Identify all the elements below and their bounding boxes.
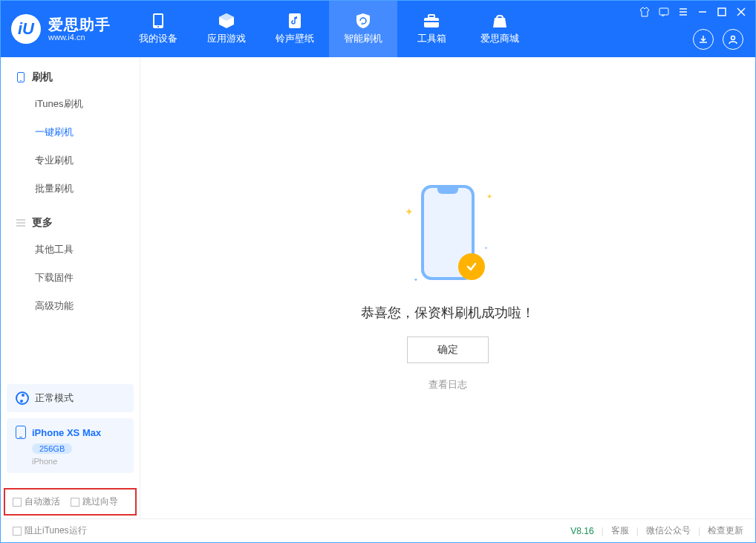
sparkle-icon: ✦ <box>405 206 414 218</box>
nav-toolbox[interactable]: 工具箱 <box>397 1 466 57</box>
ok-button[interactable]: 确定 <box>407 336 489 363</box>
nav-label: 爱思商城 <box>480 32 519 45</box>
svg-point-17 <box>20 80 22 82</box>
sidebar-item-itunes-flash[interactable]: iTunes刷机 <box>1 90 140 118</box>
toolbox-icon <box>422 13 441 29</box>
feedback-icon[interactable] <box>657 5 671 19</box>
list-icon <box>16 218 26 228</box>
logo-icon: iU <box>11 14 41 44</box>
header-user-controls <box>693 29 743 50</box>
app-url: www.i4.cn <box>48 33 111 42</box>
window-controls <box>638 5 748 19</box>
device-name: iPhone XS Max <box>32 427 101 438</box>
success-message: 恭喜您，保资料刷机成功啦！ <box>361 304 535 322</box>
sidebar-section-flash: 刷机 <box>1 71 140 90</box>
nav-label: 应用游戏 <box>207 32 246 45</box>
refresh-shield-icon <box>353 13 373 29</box>
main-content: ✦ ✦ ✦ ✦ 恭喜您，保资料刷机成功啦！ 确定 查看日志 <box>140 57 755 518</box>
svg-rect-6 <box>424 21 439 22</box>
device-card[interactable]: iPhone XS Max 256GB iPhone <box>7 418 134 473</box>
main-nav: 我的设备 应用游戏 铃声壁纸 智能刷机 工具箱 爱思商城 <box>124 1 534 57</box>
nav-label: 工具箱 <box>417 32 446 45</box>
section-title: 刷机 <box>32 71 53 84</box>
checkmark-badge-icon <box>458 253 485 280</box>
svg-rect-4 <box>424 18 439 27</box>
header: iU 爱思助手 www.i4.cn 我的设备 应用游戏 铃声壁纸 智能刷机 工具… <box>1 1 755 57</box>
success-illustration: ✦ ✦ ✦ ✦ <box>403 185 492 289</box>
nav-store[interactable]: 爱思商城 <box>466 1 534 57</box>
checkbox-block-itunes[interactable]: 阻止iTunes运行 <box>13 524 87 537</box>
menu-icon[interactable] <box>677 5 690 19</box>
sparkle-icon: ✦ <box>414 277 418 283</box>
footer-link-update[interactable]: 检查更新 <box>708 524 743 537</box>
checkbox-auto-activate[interactable]: 自动激活 <box>13 495 60 508</box>
phone-outline-icon <box>16 426 26 439</box>
highlighted-options: 自动激活 跳过向导 <box>4 488 137 516</box>
sidebar-item-onekey-flash[interactable]: 一键刷机 <box>1 118 140 146</box>
sparkle-icon: ✦ <box>484 245 488 250</box>
footer-link-support[interactable]: 客服 <box>611 524 629 537</box>
mode-icon <box>16 391 29 405</box>
sidebar: 刷机 iTunes刷机 一键刷机 专业刷机 批量刷机 更多 其他工具 下载固件 … <box>1 57 140 518</box>
svg-rect-7 <box>659 8 668 15</box>
mode-card[interactable]: 正常模式 <box>7 384 134 412</box>
sidebar-item-batch-flash[interactable]: 批量刷机 <box>1 175 140 203</box>
music-file-icon <box>285 13 304 29</box>
storage-badge: 256GB <box>32 443 72 454</box>
sidebar-item-download-firmware[interactable]: 下载固件 <box>1 264 140 292</box>
svg-point-15 <box>731 36 735 40</box>
minimize-button[interactable] <box>696 5 709 19</box>
download-button[interactable] <box>693 29 714 50</box>
version-label: V8.16 <box>570 526 593 536</box>
phone-icon <box>16 72 26 82</box>
sidebar-section-more: 更多 <box>1 216 140 235</box>
sidebar-item-advanced[interactable]: 高级功能 <box>1 292 140 320</box>
svg-rect-1 <box>154 15 162 25</box>
view-log-link[interactable]: 查看日志 <box>428 378 467 391</box>
nav-label: 铃声壁纸 <box>276 32 314 45</box>
device-type: iPhone <box>32 457 125 466</box>
tshirt-icon[interactable] <box>638 5 651 19</box>
footer: 阻止iTunes运行 V8.16 | 客服 | 微信公众号 | 检查更新 <box>1 518 755 542</box>
footer-link-wechat[interactable]: 微信公众号 <box>646 524 691 537</box>
svg-rect-5 <box>428 15 434 18</box>
nav-smart-flash[interactable]: 智能刷机 <box>329 1 397 57</box>
close-button[interactable] <box>734 5 748 19</box>
section-title: 更多 <box>32 216 53 230</box>
checkbox-skip-guide[interactable]: 跳过向导 <box>71 495 118 508</box>
bag-icon <box>490 13 509 29</box>
nav-my-device[interactable]: 我的设备 <box>124 1 192 57</box>
sidebar-item-pro-flash[interactable]: 专业刷机 <box>1 146 140 175</box>
nav-apps-games[interactable]: 应用游戏 <box>192 1 261 57</box>
device-icon <box>149 13 168 29</box>
nav-label: 智能刷机 <box>344 32 382 45</box>
nav-label: 我的设备 <box>139 32 177 45</box>
mode-label: 正常模式 <box>35 391 74 405</box>
cube-icon <box>217 13 236 29</box>
svg-rect-12 <box>718 8 726 16</box>
svg-point-2 <box>157 26 159 27</box>
nav-ringtones[interactable]: 铃声壁纸 <box>261 1 329 57</box>
checkbox-icon <box>71 498 79 507</box>
app-title: 爱思助手 <box>48 16 111 33</box>
sidebar-item-other-tools[interactable]: 其他工具 <box>1 235 140 264</box>
checkbox-icon <box>13 498 22 507</box>
user-button[interactable] <box>723 29 743 50</box>
maximize-button[interactable] <box>715 5 729 19</box>
checkbox-icon <box>13 527 22 536</box>
logo[interactable]: iU 爱思助手 www.i4.cn <box>1 1 124 57</box>
sparkle-icon: ✦ <box>486 192 492 201</box>
